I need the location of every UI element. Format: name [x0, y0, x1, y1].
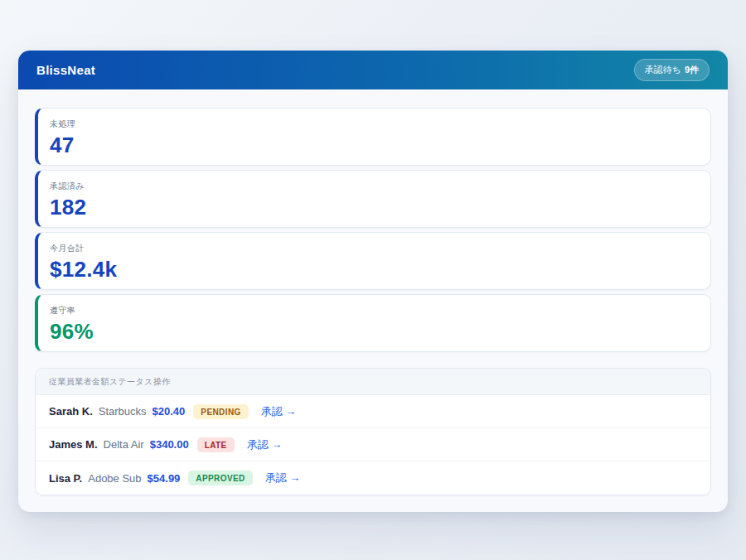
expenses-table: 従業員業者金額ステータス操作 Sarah K. Starbucks $20.40… — [35, 368, 711, 495]
app-title: BlissNeat — [36, 63, 95, 77]
status-badge: LATE — [197, 437, 235, 452]
pending-badge-label: 承認待ち — [645, 64, 681, 76]
approve-link[interactable]: 承認 → — [247, 437, 283, 452]
stat-card-month-total: 今月合計 $12.4k — [35, 232, 711, 290]
stat-value: 96% — [50, 319, 697, 345]
employee-name: Sarah K. — [49, 405, 93, 418]
table-row: Lisa P. Adobe Sub $54.99 APPROVED 承認 → — [36, 461, 710, 495]
pending-count-badge: 承認待ち 9件 — [634, 59, 710, 81]
status-badge: APPROVED — [188, 471, 252, 485]
stat-value: 47 — [50, 133, 697, 158]
stat-card-approved: 承認済み 182 — [35, 170, 711, 228]
approve-link[interactable]: 承認 → — [261, 404, 297, 419]
stat-label: 未処理 — [50, 118, 697, 130]
stat-label: 今月合計 — [50, 243, 697, 254]
amount-value: $20.40 — [153, 405, 186, 418]
pending-badge-count: 9件 — [685, 64, 699, 76]
app-header: BlissNeat 承認待ち 9件 — [18, 51, 728, 89]
stat-card-compliance-rate: 遵守率 96% — [35, 294, 711, 352]
stat-label: 承認済み — [50, 181, 697, 192]
amount-value: $340.00 — [150, 438, 189, 451]
amount-value: $54.99 — [148, 472, 181, 485]
panel-body: 未処理 47 承認済み 182 今月合計 $12.4k 遵守率 96% 従業員業… — [18, 89, 728, 512]
stat-label: 遵守率 — [50, 305, 697, 316]
stat-value: 182 — [50, 195, 697, 220]
approve-link[interactable]: 承認 → — [265, 471, 301, 485]
table-row: James M. Delta Air $340.00 LATE 承認 → — [36, 428, 710, 461]
status-badge: PENDING — [193, 404, 248, 419]
stat-value: $12.4k — [50, 257, 697, 282]
employee-name: James M. — [49, 438, 98, 451]
vendor-name: Adobe Sub — [88, 472, 141, 485]
table-row: Sarah K. Starbucks $20.40 PENDING 承認 → — [36, 395, 710, 428]
stat-card-unprocessed: 未処理 47 — [35, 108, 711, 166]
main-panel: BlissNeat 承認待ち 9件 未処理 47 承認済み 182 今月合計 $… — [18, 51, 728, 512]
vendor-name: Delta Air — [104, 438, 144, 451]
employee-name: Lisa P. — [49, 472, 82, 485]
table-header-row: 従業員業者金額ステータス操作 — [36, 369, 710, 395]
vendor-name: Starbucks — [99, 405, 147, 418]
